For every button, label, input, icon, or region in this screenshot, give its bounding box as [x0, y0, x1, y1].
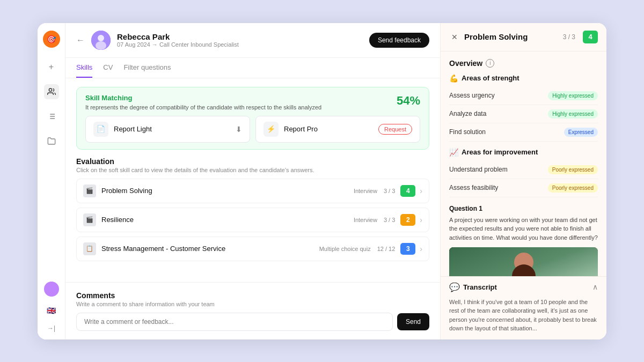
candidate-avatar: [91, 31, 111, 50]
transcript-text: Well, I think if you've got a team of 10…: [441, 298, 606, 339]
eval-name-0: Problem Solving: [101, 187, 354, 195]
candidate-name: Rebecca Park: [117, 32, 363, 41]
strengths-list: Assess urgency Highly expressed Analyze …: [449, 87, 598, 142]
improvements-title: Areas for improvement: [462, 148, 538, 156]
report-cards: 📄 Report Light ⬇ ⚡ Report Pro Request: [85, 116, 420, 143]
skill-badge-2: Expressed: [564, 128, 598, 137]
comment-input[interactable]: [76, 313, 393, 331]
skill-badge-0: Highly expressed: [548, 91, 598, 100]
report-pro-icon: ⚡: [264, 122, 279, 137]
strengths-title: Areas of strenght: [462, 74, 519, 82]
send-comment-button[interactable]: Send: [397, 313, 429, 330]
transcript-section: 💬 Transcript ∧ Well, I think if you've g…: [441, 276, 606, 339]
eval-score-info-2: 12 / 12: [377, 246, 396, 252]
evaluation-title: Evaluation: [76, 157, 429, 166]
skill-name-2: Find solution: [449, 128, 486, 136]
eval-row-resilience[interactable]: 🎬 Resilience Interview 3 / 3 2 ›: [76, 208, 429, 232]
eval-row-problem-solving[interactable]: 🎬 Problem Solving Interview 3 / 3 4 ›: [76, 179, 429, 203]
skill-name-imp-1: Assess feasibility: [449, 184, 498, 191]
question-text: A project you were working on with your …: [449, 216, 598, 242]
right-panel-title: Problem Solving: [464, 32, 559, 41]
tab-skills[interactable]: Skills: [76, 58, 92, 78]
eval-score-badge-0: 4: [400, 185, 415, 197]
users-icon[interactable]: [44, 84, 59, 99]
strengths-header: 💪 Areas of strenght: [449, 74, 598, 83]
send-feedback-button[interactable]: Send feedback: [369, 33, 429, 48]
user-avatar[interactable]: [44, 282, 59, 297]
svg-point-8: [98, 35, 104, 41]
candidate-meta: 07 Aug 2024 → Call Center Inbound Specia…: [117, 41, 363, 48]
video-player[interactable]: ▶ 0:00 / 1:27 🔊 ⛶ ⋮: [449, 247, 598, 276]
list-icon[interactable]: [44, 109, 59, 124]
eval-score-info-1: 3 / 3: [384, 217, 395, 223]
eval-row-stress[interactable]: 📋 Stress Management - Customer Service M…: [76, 237, 429, 261]
candidate-info: Rebecca Park 07 Aug 2024 → Call Center I…: [117, 32, 363, 48]
main-content: Skill Matching It represents the degree …: [65, 78, 440, 282]
skill-name-1: Analyze data: [449, 110, 486, 117]
transcript-header: 💬 Transcript ∧: [441, 277, 606, 298]
improvements-section: 📈 Areas for improvement Understand probl…: [449, 148, 598, 197]
eval-arrow-2: ›: [420, 245, 422, 253]
overview-title: Overview: [449, 59, 482, 68]
evaluation-section: Evaluation Click on the soft skill card …: [76, 157, 429, 261]
add-icon[interactable]: +: [44, 60, 59, 75]
report-light-label: Report Light: [114, 125, 230, 133]
logo-icon: 🎯: [43, 31, 60, 48]
improvements-icon: 📈: [449, 148, 458, 157]
close-button[interactable]: ✕: [449, 32, 460, 42]
skill-row-analyze-data: Analyze data Highly expressed: [449, 105, 598, 123]
overview-header: Overview i: [449, 59, 598, 68]
tabs-bar: Skills CV Filter questions: [65, 58, 440, 78]
eval-icon-video-1: 🎬: [83, 213, 96, 226]
right-panel-header: ✕ Problem Solving 3 / 3 4: [441, 23, 606, 51]
eval-icon-quiz: 📋: [83, 242, 96, 255]
transcript-toggle-button[interactable]: ∧: [592, 283, 598, 291]
folder-icon[interactable]: [44, 134, 59, 149]
tab-cv[interactable]: CV: [103, 58, 113, 78]
question-section: Question 1 A project you were working on…: [449, 205, 598, 276]
skill-row-find-solution: Find solution Expressed: [449, 123, 598, 142]
eval-type-2: Multiple choice quiz: [319, 246, 371, 252]
report-light-card[interactable]: 📄 Report Light ⬇: [85, 116, 250, 143]
skill-badge-imp-0: Poorly expressed: [548, 165, 598, 174]
header: ← Rebecca Park 07 Aug 2024 → Call Center…: [65, 23, 440, 58]
skill-name-0: Assess urgency: [449, 92, 495, 99]
eval-type-0: Interview: [354, 188, 377, 194]
right-panel-content: Overview i 💪 Areas of strenght Assess ur…: [441, 51, 606, 276]
video-thumbnail: [449, 247, 598, 276]
eval-arrow-0: ›: [420, 187, 422, 195]
tab-filter-questions[interactable]: Filter questions: [123, 58, 171, 78]
report-pro-card[interactable]: ⚡ Report Pro Request: [255, 116, 420, 143]
eval-name-2: Stress Management - Customer Service: [101, 245, 319, 253]
skill-badge-imp-1: Poorly expressed: [548, 183, 598, 193]
main-panel: ← Rebecca Park 07 Aug 2024 → Call Center…: [65, 23, 440, 339]
skill-row-understand-problem: Understand problem Poorly expressed: [449, 161, 598, 179]
skill-matching-banner: Skill Matching It represents the degree …: [76, 87, 429, 150]
info-icon[interactable]: i: [486, 59, 494, 68]
eval-score-info-0: 3 / 3: [384, 188, 395, 194]
back-button[interactable]: ←: [76, 35, 85, 45]
skill-matching-title: Skill Matching: [85, 94, 321, 102]
skill-matching-percentage: 54%: [397, 94, 420, 108]
download-icon[interactable]: ⬇: [236, 125, 242, 134]
language-flag[interactable]: 🇬🇧: [47, 306, 56, 315]
comments-subtitle: Write a comment to share information wit…: [76, 301, 429, 307]
request-button[interactable]: Request: [378, 124, 412, 135]
skill-row-assess-urgency: Assess urgency Highly expressed: [449, 87, 598, 105]
skill-row-assess-feasibility: Assess feasibility Poorly expressed: [449, 179, 598, 197]
comments-title: Comments: [76, 291, 429, 300]
svg-point-0: [49, 88, 52, 91]
eval-type-1: Interview: [354, 217, 377, 223]
comments-section: Comments Write a comment to share inform…: [65, 282, 440, 339]
eval-name-1: Resilience: [101, 216, 354, 224]
svg-point-9: [96, 41, 106, 50]
eval-score-badge-2: 3: [400, 243, 415, 255]
collapse-icon[interactable]: →|: [47, 324, 55, 332]
strengths-icon: 💪: [449, 74, 458, 83]
skill-name-imp-0: Understand problem: [449, 166, 508, 173]
skill-badge-1: Highly expressed: [548, 109, 598, 119]
evaluation-subtitle: Click on the soft skill card to view the…: [76, 167, 429, 173]
improvements-header: 📈 Areas for improvement: [449, 148, 598, 157]
pagination-info: 3 / 3: [563, 33, 575, 41]
eval-arrow-1: ›: [420, 216, 422, 224]
